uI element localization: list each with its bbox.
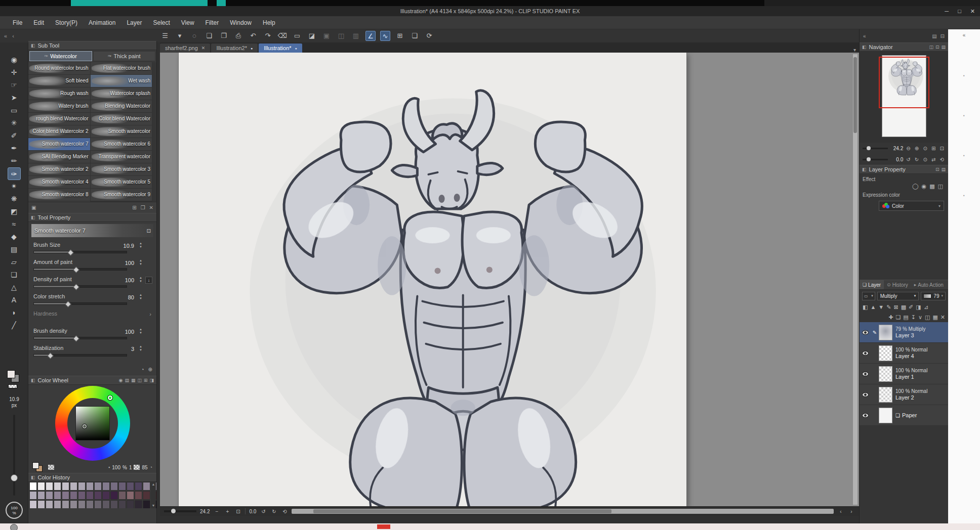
menu-item[interactable]: Select — [147, 16, 175, 29]
wheel-tab-icon[interactable]: ◉ — [119, 378, 123, 383]
subtool-brush[interactable]: Smooth watercolor 6 — [91, 138, 152, 150]
navigator-preview[interactable] — [860, 52, 948, 143]
layer-thumbnail[interactable] — [879, 408, 892, 423]
expand-chevron-icon[interactable]: › — [149, 311, 151, 317]
tone-effect-icon[interactable]: ◉ — [922, 183, 927, 190]
gesture-icon[interactable]: ◌ — [189, 31, 199, 41]
line-tool[interactable]: ╱ — [8, 319, 21, 332]
decoration-tool[interactable]: ❋ — [8, 193, 21, 205]
transfer-down-icon[interactable]: ↧ — [911, 314, 916, 321]
select-shrink-icon[interactable]: ▥ — [351, 31, 361, 41]
subtool-brush[interactable]: rough blend Watercolor — [28, 113, 90, 125]
param-slider[interactable] — [33, 302, 127, 305]
param-slider[interactable] — [33, 268, 127, 271]
reset-settings-icon[interactable]: ◔ — [141, 367, 144, 376]
snap-to-grid-icon[interactable]: ⊞ — [395, 31, 405, 41]
apply-mask-icon[interactable]: ▦ — [932, 314, 937, 321]
blend-tool[interactable]: ≈ — [8, 218, 21, 231]
color-history-swatch[interactable] — [37, 491, 45, 500]
balloon-tool[interactable]: ◗ — [8, 306, 21, 319]
transparent-color-swatch[interactable] — [8, 384, 17, 388]
mixer-tab-icon[interactable]: ◫ — [137, 378, 142, 383]
rail-item-icon[interactable]: ▪ — [963, 73, 965, 78]
color-history-swatch[interactable] — [29, 482, 37, 491]
rotate-cw-icon[interactable]: ↻ — [914, 157, 920, 162]
layer-row[interactable]: ❏ Paper — [860, 405, 948, 426]
color-history-swatch[interactable] — [118, 482, 126, 491]
saturation-value-square[interactable] — [75, 406, 110, 440]
spinner-icon[interactable]: ▲▼ — [139, 242, 142, 249]
layer-down-icon[interactable]: ▼ — [878, 304, 884, 310]
fit-to-screen-icon[interactable]: ⊡ — [234, 509, 241, 514]
delete-layer-icon[interactable]: ✕ — [941, 314, 945, 321]
layer-color-effect-icon[interactable]: ◫ — [938, 183, 943, 190]
subtool-brush[interactable]: Round watercolor brush — [28, 62, 90, 74]
layer-up-icon[interactable]: ▲ — [870, 304, 876, 310]
color-history-swatch[interactable] — [143, 491, 150, 500]
slider-tab-icon[interactable]: ▤ — [125, 378, 129, 383]
param-value[interactable]: 80 — [128, 294, 134, 300]
canvas-menu-icon[interactable]: ▾ — [175, 31, 185, 41]
menu-item[interactable]: Animation — [83, 16, 121, 29]
layer-panel-tab[interactable]: ❏ Layer — [860, 280, 884, 289]
subtool-brush[interactable]: Color blend Watercolor 2 — [28, 125, 90, 138]
lock-icon[interactable]: ⊡ — [147, 228, 151, 234]
zoom-in-icon[interactable]: ⊕ — [914, 146, 920, 151]
tool-property-row[interactable]: Density of paint 100 ▲▼ ↓ › — [28, 275, 156, 292]
subtool-group-tab[interactable]: ✑ Watercolor — [29, 51, 92, 61]
hand-tool[interactable]: ☞ — [8, 79, 21, 92]
clip-to-layer-icon[interactable]: ◧ — [863, 304, 868, 311]
tool-property-row[interactable]: Hardness ▲▼ ↓ › — [28, 309, 156, 326]
operation-tool[interactable]: ➤ — [8, 92, 21, 104]
subtool-brush[interactable]: Smooth watercolor 3 — [91, 163, 152, 175]
tool-property-row[interactable]: Stabilization 3 ▲▼ ↓ › — [28, 343, 156, 361]
param-down-icon[interactable]: ↓ — [145, 277, 152, 284]
subtool-brush[interactable]: Smooth watercolor 2 — [28, 163, 90, 175]
spinner-icon[interactable]: ▲▼ — [139, 276, 142, 283]
subtool-brush[interactable]: Smooth watercolor 4 — [28, 176, 90, 188]
border-effect-icon[interactable]: ◯ — [912, 183, 918, 190]
text-tool[interactable]: A — [8, 294, 21, 306]
selection-tool[interactable]: ▭ — [8, 104, 21, 117]
navigator-rotate-slider[interactable] — [863, 159, 888, 160]
color-history-swatch[interactable] — [86, 491, 94, 500]
main-menu-icon[interactable]: ☰ — [160, 31, 170, 41]
main-color-swatch[interactable] — [7, 370, 15, 378]
new-folder-icon[interactable]: ▤ — [903, 314, 908, 321]
color-history-swatch[interactable] — [70, 500, 77, 508]
lock-alpha-icon[interactable]: ▩ — [901, 304, 906, 311]
collapse-dock-icon[interactable]: « — [863, 33, 866, 39]
brush-tool[interactable]: ✑ — [8, 167, 21, 180]
layer-thumbnail[interactable] — [879, 325, 892, 340]
zoom-in-icon[interactable]: + — [224, 509, 231, 514]
tab-close-icon[interactable]: ✕ — [201, 46, 206, 51]
color-wheel-panel-header[interactable]: ◧ Color Wheel ◉▤▦◫⊞◨ — [28, 376, 156, 385]
param-value[interactable]: 10.9 — [124, 243, 134, 249]
param-slider[interactable] — [33, 354, 127, 357]
subtool-brush[interactable]: Flat watercolor brush — [91, 62, 152, 74]
color-history-swatch[interactable] — [46, 500, 53, 508]
auto-select-tool[interactable]: ✳ — [8, 117, 21, 129]
color-history-swatch[interactable] — [62, 491, 69, 500]
link-ruler-icon[interactable]: ⊿ — [924, 304, 928, 311]
opacity-badge[interactable]: 100 % — [6, 502, 23, 519]
color-history-swatch[interactable] — [86, 482, 94, 491]
zoom-slider[interactable] — [164, 510, 196, 512]
save-file-icon[interactable]: ⎙ — [233, 31, 243, 41]
layer-thumbnail[interactable] — [879, 345, 892, 361]
visibility-eye-icon[interactable] — [862, 351, 869, 356]
tool-property-row[interactable]: Amount of paint 100 ▲▼ ↓ › — [28, 257, 156, 275]
lock-palette-icon[interactable]: ⊡ — [935, 167, 940, 172]
color-history-swatch[interactable] — [135, 482, 142, 491]
dock-layout-icon[interactable]: ▤ — [932, 33, 936, 39]
param-slider[interactable] — [33, 285, 127, 288]
rail-tab2-icon[interactable]: ▪ — [963, 153, 965, 158]
pen-tool[interactable]: ✒ — [8, 142, 21, 155]
menu-item[interactable]: Story(P) — [50, 16, 83, 29]
subtool-brush[interactable]: Smooth watercolor 10 — [28, 201, 90, 202]
rotate-ccw-icon[interactable]: ↺ — [260, 509, 267, 514]
subtool-brush[interactable]: Wet wash — [91, 75, 152, 87]
rotate-view-icon[interactable]: ⟳ — [424, 31, 434, 41]
reset-view-icon[interactable]: ⟲ — [938, 157, 945, 162]
history-tab-icon[interactable]: ◨ — [149, 378, 154, 383]
